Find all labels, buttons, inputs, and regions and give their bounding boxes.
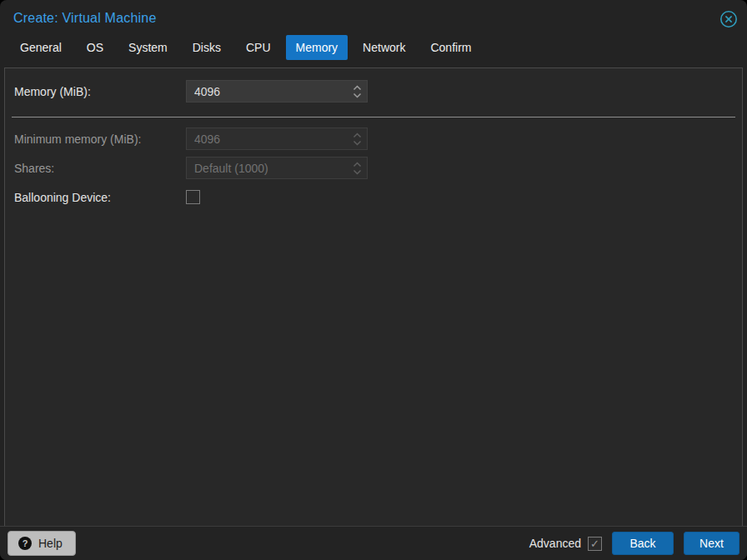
shares-spinner-icon: [353, 157, 362, 179]
back-button[interactable]: Back: [612, 532, 674, 555]
advanced-checkbox[interactable]: ✓: [588, 537, 602, 551]
ballooning-row: Ballooning Device:: [5, 190, 742, 204]
dialog-title: Create: Virtual Machine: [13, 11, 157, 25]
memory-input[interactable]: [186, 80, 368, 102]
footer-actions: Advanced ✓ Back Next: [529, 532, 739, 555]
close-button[interactable]: [719, 10, 739, 30]
next-button[interactable]: Next: [684, 532, 739, 555]
min-memory-row: Minimum memory (MiB):: [5, 128, 742, 150]
close-icon: [719, 10, 738, 31]
dialog-footer: ? Help Advanced ✓ Back Next: [0, 526, 747, 560]
help-button-label: Help: [38, 537, 63, 550]
dialog-header: Create: Virtual Machine: [0, 0, 747, 28]
tab-general[interactable]: General: [10, 35, 72, 60]
memory-spinner-icon[interactable]: [353, 80, 362, 102]
min-memory-spinner-icon: [353, 128, 362, 150]
min-memory-field: [186, 128, 368, 150]
tab-cpu[interactable]: CPU: [236, 35, 281, 60]
ballooning-checkbox[interactable]: [186, 190, 200, 204]
min-memory-label: Minimum memory (MiB):: [14, 132, 186, 146]
shares-label: Shares:: [14, 162, 186, 175]
create-vm-dialog: Create: Virtual Machine General OS Syste…: [0, 0, 747, 560]
help-icon: ?: [18, 537, 32, 550]
shares-row: Shares:: [5, 157, 742, 179]
memory-form-panel: Memory (MiB): Minimum memory (MiB):: [4, 68, 743, 526]
help-button[interactable]: ? Help: [8, 531, 76, 556]
tab-disks[interactable]: Disks: [183, 35, 231, 60]
memory-row: Memory (MiB):: [5, 80, 742, 102]
memory-field: [186, 80, 368, 102]
shares-field: [186, 157, 368, 179]
tab-confirm[interactable]: Confirm: [420, 35, 481, 60]
tab-memory[interactable]: Memory: [286, 35, 348, 60]
wizard-tabbar: General OS System Disks CPU Memory Netwo…: [0, 28, 747, 68]
shares-input: [186, 157, 368, 179]
tab-os[interactable]: OS: [77, 35, 113, 60]
min-memory-input: [186, 128, 368, 150]
ballooning-label: Ballooning Device:: [14, 191, 186, 204]
tab-system[interactable]: System: [118, 35, 178, 60]
section-divider: [12, 117, 735, 118]
advanced-label: Advanced: [529, 537, 581, 550]
tab-network[interactable]: Network: [353, 35, 415, 60]
memory-label: Memory (MiB):: [14, 85, 186, 98]
